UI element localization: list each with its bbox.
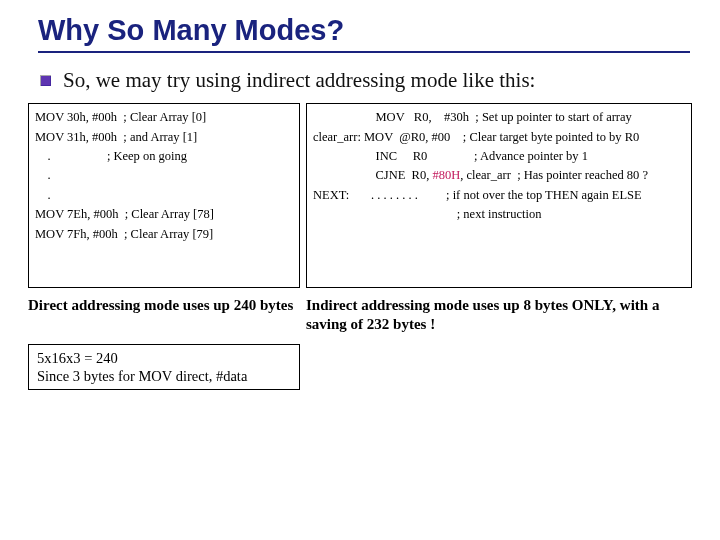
- direct-code-box: MOV 30h, #00h ; Clear Array [0] MOV 31h,…: [28, 103, 300, 288]
- code-columns: MOV 30h, #00h ; Clear Array [0] MOV 31h,…: [28, 103, 694, 288]
- slide: Why So Many Modes? So, we may try using …: [0, 0, 720, 540]
- caption-direct: Direct addressing mode uses up 240 bytes: [28, 296, 300, 334]
- caption-row: Direct addressing mode uses up 240 bytes…: [28, 296, 694, 334]
- code-line: ; next instruction: [313, 205, 685, 224]
- note-line: Since 3 bytes for MOV direct, #data: [37, 367, 291, 385]
- highlight-value: #80H: [432, 168, 460, 182]
- calculation-note: 5x16x3 = 240 Since 3 bytes for MOV direc…: [28, 344, 300, 390]
- code-line: MOV 30h, #00h ; Clear Array [0]: [35, 108, 293, 127]
- title-underline: Why So Many Modes?: [38, 14, 690, 53]
- code-line: MOV 7Fh, #00h ; Clear Array [79]: [35, 225, 293, 244]
- code-line: MOV 7Eh, #00h ; Clear Array [78]: [35, 205, 293, 224]
- code-line: .: [35, 186, 293, 205]
- code-line: . ; Keep on going: [35, 147, 293, 166]
- slide-title: Why So Many Modes?: [38, 14, 690, 47]
- intro-text: So, we may try using indirect addressing…: [63, 67, 535, 93]
- code-line: MOV 31h, #00h ; and Array [1]: [35, 128, 293, 147]
- indirect-code-box: MOV R0, #30h ; Set up pointer to start o…: [306, 103, 692, 288]
- code-line: NEXT: . . . . . . . . ; if not over the …: [313, 186, 685, 205]
- code-line: clear_arr: MOV @R0, #00 ; Clear target b…: [313, 128, 685, 147]
- code-line: CJNE R0, #80H, clear_arr ; Has pointer r…: [313, 166, 685, 185]
- code-line: INC R0 ; Advance pointer by 1: [313, 147, 685, 166]
- note-line: 5x16x3 = 240: [37, 349, 291, 367]
- caption-indirect: Indirect addressing mode uses up 8 bytes…: [306, 296, 692, 334]
- code-line: .: [35, 166, 293, 185]
- code-line: MOV R0, #30h ; Set up pointer to start o…: [313, 108, 685, 127]
- intro-row: So, we may try using indirect addressing…: [40, 67, 694, 93]
- bullet-icon: [40, 75, 51, 86]
